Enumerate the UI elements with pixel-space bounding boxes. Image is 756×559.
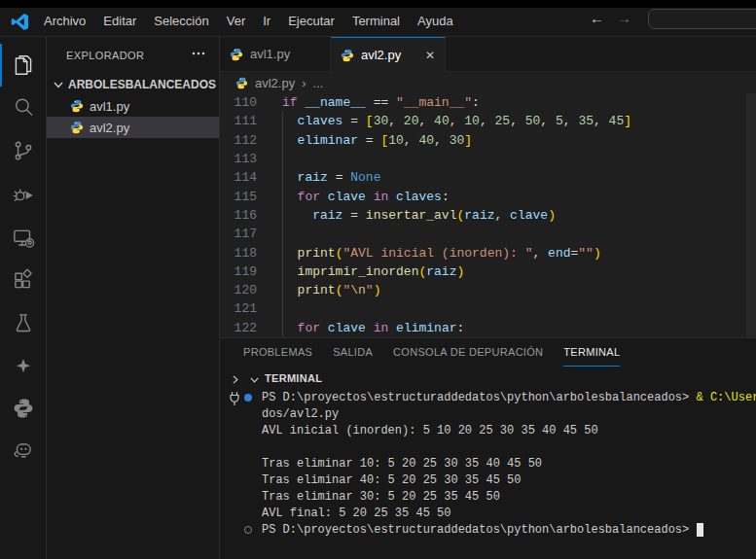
line-number[interactable]: 119 [220, 264, 257, 279]
line-number[interactable]: 117 [220, 227, 257, 241]
panel-tab-problemas[interactable]: PROBLEMAS [243, 338, 312, 367]
code-line-113[interactable]: 113 [220, 150, 756, 168]
terminal-line-8: PS D:\proyectos\estructuraddedatos\pytho… [220, 521, 756, 538]
code-line-117[interactable]: 117 [220, 225, 756, 243]
testing-icon[interactable] [11, 310, 36, 335]
code-text: eliminar = [10, 40, 30] [257, 133, 472, 148]
menu-item-ejecutar[interactable]: Ejecutar [279, 9, 343, 34]
python-file-icon [70, 99, 84, 113]
terminal-output[interactable]: PS D:\proyectos\estructuraddedatos\pytho… [220, 389, 756, 538]
panel-tab-salida[interactable]: SALIDA [333, 338, 373, 367]
line-number[interactable]: 111 [220, 114, 257, 128]
terminal-line-4: Tras eliminar 10: 5 20 25 30 35 40 45 50 [220, 455, 756, 472]
terminal-line-0: PS D:\proyectos\estructuraddedatos\pytho… [220, 389, 756, 405]
file-item-avl2-py[interactable]: avl2.py [47, 117, 219, 138]
code-line-111[interactable]: 111 claves = [30, 20, 40, 10, 25, 50, 5,… [220, 112, 756, 130]
chevron-down-icon[interactable] [248, 372, 261, 385]
chat-sparkle-icon[interactable] [11, 354, 36, 379]
code-editor[interactable]: 110if __name__ == "__main__":111 claves … [220, 93, 756, 337]
python-file-icon [341, 49, 354, 62]
more-actions-icon[interactable] [191, 46, 206, 61]
code-line-116[interactable]: 116 raiz = insertar_avl(raiz, clave) [220, 206, 756, 225]
python-file-icon [235, 77, 248, 89]
chevron-right-icon[interactable] [229, 372, 241, 385]
terminal-line-6: Tras eliminar 30: 5 20 25 35 45 50 [220, 488, 756, 505]
remote-explorer-icon[interactable] [11, 226, 36, 251]
command-center-search[interactable] [648, 9, 756, 29]
code-line-119[interactable]: 119 imprimir_inorden(raiz) [220, 262, 756, 281]
line-number[interactable]: 115 [220, 190, 257, 204]
code-text: imprimir_inorden(raiz) [257, 264, 464, 279]
code-line-114[interactable]: 114 raiz = None [220, 168, 756, 187]
editor-scrollbar[interactable] [746, 93, 756, 337]
file-item-avl1-py[interactable]: avl1.py [47, 95, 219, 117]
code-text: raiz = insertar_avl(raiz, clave) [257, 208, 556, 223]
window-top-edge [0, 0, 756, 8]
code-line-122[interactable]: 122 for clave in eliminar: [220, 319, 756, 337]
code-line-115[interactable]: 115 for clave in claves: [220, 187, 756, 205]
editor-tab-avl1-py[interactable]: avl1.py [220, 37, 331, 71]
panel-tab-bar: PROBLEMASSALIDACONSOLA DE DEPURACIÓNTERM… [243, 338, 620, 367]
line-number[interactable]: 120 [220, 283, 257, 297]
chevron-down-icon [51, 77, 66, 92]
code-line-112[interactable]: 112 eliminar = [10, 40, 30] [220, 131, 756, 150]
line-number[interactable]: 116 [220, 208, 257, 223]
terminal-section-header[interactable]: TERMINAL [220, 369, 756, 389]
explorer-icon[interactable] [11, 52, 36, 78]
search-icon[interactable] [11, 94, 36, 120]
line-number[interactable]: 121 [220, 301, 257, 316]
source-control-icon[interactable] [11, 138, 36, 163]
terminal-line-2: AVL inicial (inorden): 5 10 20 25 30 35 … [220, 422, 756, 438]
code-text: for clave in claves: [257, 190, 450, 204]
line-number[interactable]: 112 [220, 133, 257, 148]
code-line-120[interactable]: 120 print("\n") [220, 281, 756, 299]
python-file-icon [70, 121, 84, 134]
copilot-icon[interactable] [11, 437, 36, 463]
code-text: print("AVL inicial (inorden): ", end="") [257, 246, 601, 261]
close-icon[interactable]: ✕ [425, 49, 435, 62]
menu-item-terminal[interactable]: Terminal [343, 9, 409, 34]
line-number[interactable]: 114 [220, 170, 257, 185]
terminal-section-label: TERMINAL [265, 372, 322, 384]
code-text: for clave in eliminar: [257, 321, 464, 335]
editor-tab-avl2-py[interactable]: avl2.py✕ [331, 37, 446, 72]
menu-item-archivo[interactable]: Archivo [35, 9, 94, 34]
file-tree: ARBOLESBALANCEADOSavl1.pyavl2.py [47, 74, 219, 138]
file-label: avl2.py [90, 121, 129, 135]
terminal-cursor [697, 523, 703, 537]
breadcrumb-separator: › [302, 76, 306, 90]
menu-item-seleccio-n[interactable]: Selección [145, 9, 217, 34]
line-number[interactable]: 122 [220, 321, 257, 335]
indent-guide [282, 112, 283, 337]
menu-item-ver[interactable]: Ver [218, 9, 255, 34]
code-line-110[interactable]: 110if __name__ == "__main__": [220, 93, 756, 112]
extensions-icon[interactable] [11, 267, 36, 293]
code-line-121[interactable]: 121 [220, 299, 756, 318]
nav-forward-icon[interactable]: → [617, 10, 631, 26]
terminal-line-7: AVL final: 5 20 25 35 45 50 [220, 505, 756, 521]
command-decoration-filled [244, 394, 252, 402]
line-number[interactable]: 113 [220, 152, 257, 166]
menu-item-editar[interactable]: Editar [94, 9, 145, 34]
breadcrumb-file[interactable]: avl2.py [255, 76, 295, 90]
code-line-118[interactable]: 118 print("AVL inicial (inorden): ", end… [220, 243, 756, 262]
line-number[interactable]: 118 [220, 246, 257, 261]
tab-label: avl2.py [361, 48, 401, 62]
run-and-debug-icon[interactable] [11, 182, 36, 207]
tab-label: avl1.py [250, 47, 290, 61]
python-icon[interactable] [11, 396, 36, 421]
nav-back-icon[interactable]: ← [590, 10, 604, 26]
file-label: avl1.py [90, 99, 129, 114]
editor-tab-bar: avl1.pyavl2.py✕ [220, 37, 756, 72]
title-bar: ArchivoEditarSelecciónVerIrEjecutarTermi… [0, 0, 756, 37]
line-number[interactable]: 110 [220, 95, 257, 110]
terminal-line-5: Tras eliminar 40: 5 20 25 30 35 45 50 [220, 472, 756, 488]
terminal-line-1: dos/avl2.py [220, 405, 756, 422]
menu-item-ayuda[interactable]: Ayuda [409, 9, 462, 34]
breadcrumb-tail[interactable]: ... [313, 76, 324, 90]
panel-tab-terminal[interactable]: TERMINAL [563, 338, 620, 367]
python-file-icon [230, 48, 243, 61]
menu-item-ir[interactable]: Ir [254, 9, 279, 34]
folder-item-arbolesbalanceados[interactable]: ARBOLESBALANCEADOS [47, 74, 219, 95]
panel-tab-consola-de-depuracio-n[interactable]: CONSOLA DE DEPURACIÓN [393, 338, 543, 367]
